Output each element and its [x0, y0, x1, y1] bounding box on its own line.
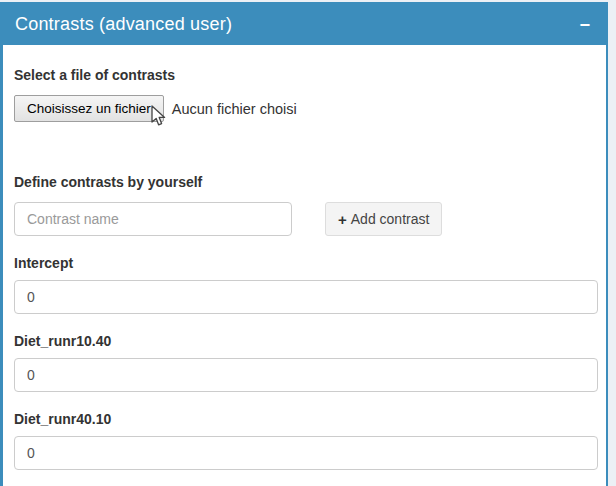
contrast-field-diet-runr40-10: Diet_runr40.10	[14, 411, 598, 470]
add-contrast-button[interactable]: + Add contrast	[325, 202, 442, 236]
minus-icon: −	[579, 15, 590, 35]
define-section-label: Define contrasts by yourself	[14, 174, 598, 190]
panel-title: Contrasts (advanced user)	[15, 14, 232, 35]
contrast-field-label: Diet_runr40.10	[14, 411, 598, 427]
contrasts-panel: Contrasts (advanced user) − Select a fil…	[0, 2, 608, 486]
file-input-row: Choisissez un fichier Aucun fichier choi…	[14, 95, 598, 122]
file-status-text: Aucun fichier choisi	[172, 101, 297, 117]
collapse-button[interactable]: −	[575, 14, 594, 36]
diet-runr10-40-input[interactable]	[14, 358, 598, 392]
file-input-group: Select a file of contrasts Choisissez un…	[14, 67, 598, 122]
contrast-field-label: Intercept	[14, 255, 598, 271]
panel-header: Contrasts (advanced user) −	[3, 4, 606, 45]
panel-body: Select a file of contrasts Choisissez un…	[3, 45, 606, 482]
choose-file-button[interactable]: Choisissez un fichier	[14, 95, 164, 122]
plus-icon: +	[338, 211, 347, 228]
page: Contrasts (advanced user) − Select a fil…	[0, 0, 616, 486]
define-contrasts-row: + Add contrast	[14, 202, 598, 236]
contrast-field-intercept: Intercept	[14, 255, 598, 314]
intercept-input[interactable]	[14, 280, 598, 314]
file-section-label: Select a file of contrasts	[14, 67, 598, 83]
define-contrasts-group: Define contrasts by yourself + Add contr…	[14, 174, 598, 236]
diet-runr40-10-input[interactable]	[14, 436, 598, 470]
add-contrast-label: Add contrast	[351, 211, 430, 227]
contrast-field-label: Diet_runr10.40	[14, 333, 598, 349]
contrast-field-diet-runr10-40: Diet_runr10.40	[14, 333, 598, 392]
contrast-name-input[interactable]	[14, 202, 292, 236]
